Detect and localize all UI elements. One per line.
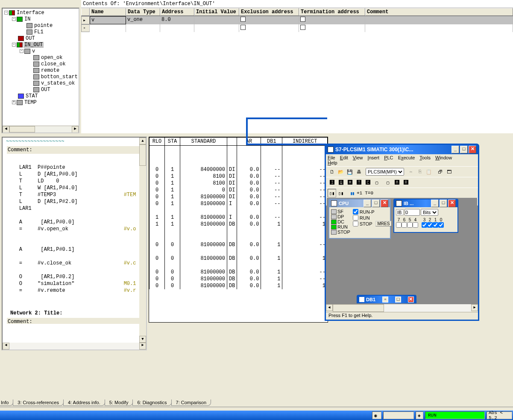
bit-checkbox[interactable]	[422, 222, 427, 228]
cell-initial[interactable]	[194, 16, 239, 24]
cell-exclusion[interactable]	[239, 16, 299, 24]
tree-var[interactable]: pointe	[3, 22, 79, 29]
tree-stat[interactable]: STAT	[3, 93, 79, 99]
checkbox[interactable]	[353, 221, 358, 226]
run-single-icon[interactable]: ▯▮	[337, 189, 345, 197]
scroll-right-icon[interactable]: ►	[72, 126, 79, 133]
radio-stop[interactable]: STOPMRES	[353, 221, 392, 226]
radio-runp[interactable]: RUN-P	[353, 209, 392, 214]
scrollbar-horizontal[interactable]: ◄ ►	[3, 343, 146, 350]
ib-bit-2[interactable]: 2	[427, 217, 433, 228]
copy-icon[interactable]: ⎘	[416, 167, 424, 176]
checkbox[interactable]	[353, 215, 358, 220]
cell-name[interactable]	[90, 24, 126, 32]
cell-address[interactable]: 8.0	[160, 16, 194, 24]
cut-icon[interactable]: ✂	[407, 167, 415, 176]
col-termination[interactable]: Termination address	[299, 8, 365, 16]
plcsim-titlebar[interactable]: S7-PLCSIM1 SIMATIC 300(1)\C... _ □ ✕	[326, 145, 478, 154]
ib-subwindow[interactable]: IB ... _ □ ✕ IB Bits 76543210	[393, 199, 458, 233]
bit-checkbox[interactable]	[407, 222, 413, 228]
mres-button[interactable]: MRES	[375, 221, 392, 226]
table-row-empty[interactable]: ▫	[81, 24, 513, 32]
row-handle[interactable]: ▫	[81, 24, 90, 32]
ib-format-select[interactable]: Bits	[421, 209, 438, 216]
ib-titlebar[interactable]: IB ... _ □ ✕	[394, 200, 457, 207]
scroll-thumb[interactable]	[139, 144, 146, 166]
tree-inout[interactable]: - IN_OUT	[3, 41, 79, 48]
ib-bit-7[interactable]: 7	[396, 217, 402, 228]
bit-checkbox[interactable]	[402, 222, 407, 228]
cell-datatype[interactable]: v_one	[126, 16, 160, 24]
bit-checkbox[interactable]	[427, 222, 433, 228]
insert-generic-icon[interactable]: ▢	[372, 178, 381, 187]
plcsim-scrollbar[interactable]: ◄ ►	[326, 304, 478, 312]
comment-box[interactable]: Comment:	[7, 146, 142, 154]
cell-datatype[interactable]	[126, 24, 160, 32]
tree-out[interactable]: OUT	[3, 35, 79, 41]
close-button[interactable]: ✕	[469, 146, 476, 153]
bit-checkbox[interactable]	[413, 222, 418, 228]
menu-window[interactable]: Window	[435, 155, 452, 160]
cell-termination[interactable]	[299, 16, 365, 24]
cell-termination[interactable]	[299, 24, 365, 32]
close-button[interactable]: ✕	[408, 297, 414, 303]
col-datatype[interactable]: Data Type	[126, 8, 160, 16]
db1-subwindow-minimized[interactable]: DB1 ▫ □ ✕	[357, 295, 416, 303]
col-address[interactable]: Address	[160, 8, 194, 16]
scroll-track[interactable]	[9, 126, 72, 132]
cell-name[interactable]: v	[90, 16, 126, 24]
tree-var[interactable]: FL1	[3, 29, 79, 35]
maximize-button[interactable]: □	[395, 297, 401, 303]
maximize-button[interactable]: □	[440, 200, 447, 207]
tree-var[interactable]: botton_start	[3, 73, 79, 80]
ib-bit-5[interactable]: 5	[407, 217, 413, 228]
save-icon[interactable]: 💾	[346, 167, 354, 176]
bit-checkbox[interactable]	[438, 222, 444, 228]
ib-bit-4[interactable]: 4	[413, 217, 418, 228]
step-plus-one[interactable]: +1	[357, 191, 362, 196]
menu-execute[interactable]: Execute	[398, 155, 415, 160]
minimize-button[interactable]: _	[451, 146, 459, 153]
ib-bit-0[interactable]: 0	[438, 217, 444, 228]
menu-edit[interactable]: Edit	[340, 155, 348, 160]
tree-var[interactable]: OUT	[3, 86, 79, 93]
cpu-titlebar[interactable]: CPU _ □ ✕	[329, 200, 390, 207]
tree-var[interactable]: open_ok	[3, 54, 79, 61]
insert-q-icon[interactable]: 🆀	[337, 178, 345, 187]
row-handle[interactable]: ▸	[81, 16, 90, 24]
tree-temp[interactable]: + TEMP	[3, 99, 79, 106]
scroll-right-icon[interactable]: ►	[139, 343, 146, 350]
insert-m-icon[interactable]: 🅼	[346, 178, 354, 187]
scroll-right-icon[interactable]: ►	[471, 304, 478, 311]
scroll-left-icon[interactable]: ◄	[326, 304, 333, 311]
checkbox-icon[interactable]	[240, 25, 246, 30]
scroll-down-icon[interactable]: ▼	[139, 336, 146, 343]
tree-in[interactable]: - IN	[3, 16, 79, 22]
insert-i-icon[interactable]: 🅸	[328, 178, 336, 187]
restore-button[interactable]: ▫	[382, 297, 388, 303]
expander-icon[interactable]: -	[12, 17, 16, 21]
menu-plc[interactable]: PLC	[384, 155, 393, 160]
tab-addressinfo[interactable]: 4: Address info.	[63, 399, 105, 406]
tab-modify[interactable]: 5: Modify	[105, 399, 133, 406]
close-button[interactable]: ✕	[448, 200, 456, 207]
insert-t-icon[interactable]: 🆃	[355, 178, 363, 187]
insert-db-icon[interactable]: ▢	[384, 178, 392, 187]
menu-help[interactable]: Help	[328, 160, 337, 165]
tab-info[interactable]: Info	[0, 399, 13, 406]
paste-icon[interactable]: 📋	[425, 167, 433, 176]
col-comment[interactable]: Comment	[365, 8, 513, 16]
checkbox[interactable]	[353, 209, 358, 214]
pause-icon[interactable]: ▮▮	[348, 189, 356, 197]
checkbox-icon[interactable]	[300, 17, 305, 22]
tab-diagnostics[interactable]: 6: Diagnostics	[132, 399, 171, 406]
expander-icon[interactable]: -	[20, 49, 23, 53]
maximize-button[interactable]: □	[372, 200, 380, 207]
insert-c-icon[interactable]: 🅲	[363, 178, 372, 187]
scroll-thumb[interactable]	[333, 304, 384, 312]
col-exclusion[interactable]: Exclusion address	[239, 8, 299, 16]
scroll-up-icon[interactable]: ▲	[139, 138, 146, 144]
new-icon[interactable]: 🗋	[328, 167, 336, 176]
print-icon[interactable]: 🖶	[355, 167, 363, 176]
ib-address-input[interactable]	[405, 209, 420, 216]
